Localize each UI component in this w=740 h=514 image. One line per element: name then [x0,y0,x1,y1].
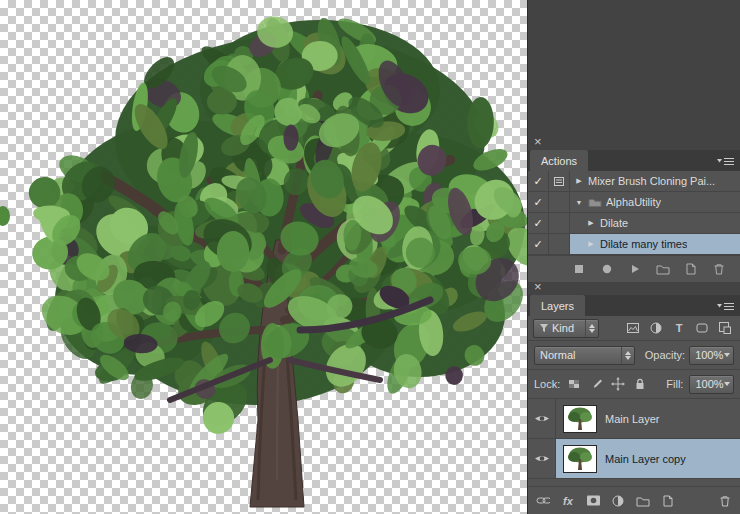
actions-toolbar [528,255,740,282]
action-dialog-toggle[interactable] [549,234,570,254]
add-layer-mask-button[interactable] [586,494,600,508]
new-action-button[interactable] [684,262,698,276]
action-include-toggle[interactable]: ✓ [528,213,549,233]
tab-layers[interactable]: Layers [530,295,585,316]
check-icon: ✓ [533,238,542,251]
trash-icon [712,262,726,276]
filter-kind-label: Kind [552,322,574,334]
play-button[interactable] [628,262,642,276]
action-row[interactable]: ✓ ▶ Dilate [528,213,740,234]
lock-pixels-button[interactable] [586,375,606,393]
opacity-value-dropdown[interactable]: 100% [689,346,734,365]
layers-panel-header: × [528,280,740,294]
check-icon: ✓ [533,175,542,188]
new-page-icon [684,262,698,276]
action-include-toggle[interactable]: ✓ [528,192,549,212]
brush-icon [590,378,603,391]
move-icon [611,377,625,391]
fill-value: 100% [695,378,723,390]
actions-tab-strip: Actions [528,150,740,171]
dropdown-stepper-icon [585,320,598,337]
new-layer-button[interactable] [661,494,675,508]
opacity-label: Opacity: [645,349,685,361]
action-row[interactable]: ✓ ▶ Mixer Brush Cloning Pai... [528,171,740,192]
lock-all-button[interactable] [630,375,650,393]
action-include-toggle[interactable]: ✓ [528,171,549,191]
layers-panel-menu-button[interactable] [717,295,735,316]
panel-menu-icon [717,155,735,167]
lock-transparency-button[interactable] [564,375,584,393]
layer-mask-icon [586,494,600,507]
layer-style-button[interactable]: fx [561,494,575,508]
expand-arrow-icon[interactable]: ▶ [586,219,596,227]
new-set-button[interactable] [656,262,670,276]
expand-arrow-icon[interactable]: ▶ [586,240,596,248]
delete-button[interactable] [712,262,726,276]
panel-dock: × Actions ✓ ▶ Mixer Brush Cloning Pai... [527,0,740,514]
dropdown-stepper-icon [621,347,634,364]
filter-kind-dropdown[interactable]: Kind [533,319,599,338]
record-icon [600,262,614,276]
new-adjustment-layer-button[interactable] [611,494,625,508]
folder-icon [588,197,602,207]
new-group-button[interactable] [636,494,650,508]
pixel-layers-icon [626,321,640,335]
blend-mode-dropdown[interactable]: Normal [534,346,635,365]
filter-funnel-icon [539,323,549,333]
tab-actions[interactable]: Actions [530,150,588,171]
action-label: Mixer Brush Cloning Pai... [588,175,715,187]
action-set-row[interactable]: ✓ ▼ AlphaUtility [528,192,740,213]
document-canvas[interactable] [0,0,527,514]
adjustment-icon [611,494,625,508]
layer-list: Main Layer Main Layer copy [528,399,740,479]
lock-icon [633,377,647,391]
new-page-icon [661,494,675,508]
smart-objects-icon [718,321,732,335]
lock-position-button[interactable] [608,375,628,393]
expand-arrow-icon[interactable]: ▶ [574,177,584,185]
layer-visibility-toggle[interactable] [528,399,556,438]
lock-row: Lock: Fill: 100% [528,370,740,399]
action-dialog-toggle[interactable] [549,213,570,233]
delete-layer-button[interactable] [718,494,732,508]
filter-type-layers-button[interactable]: T [669,319,689,337]
photoshop-workspace: × Actions ✓ ▶ Mixer Brush Cloning Pai... [0,0,740,514]
shape-layers-icon [695,321,709,335]
layer-row-selected[interactable]: Main Layer copy [528,439,740,479]
actions-panel-header: × [528,135,740,149]
filter-adjustment-layers-button[interactable] [646,319,666,337]
adjustment-layers-icon [649,321,663,335]
layer-thumbnail[interactable] [563,405,597,433]
stop-button[interactable] [572,262,586,276]
stray-paint-blob [0,206,10,226]
layer-row[interactable]: Main Layer [528,399,740,439]
layer-name: Main Layer [605,413,659,425]
layers-panel-close-button[interactable]: × [534,281,542,293]
chevron-down-icon [724,353,730,357]
filter-pixel-layers-button[interactable] [623,319,643,337]
stop-icon [572,262,586,276]
filter-smart-objects-button[interactable] [715,319,735,337]
action-dialog-toggle[interactable] [549,192,570,212]
layers-tab-strip: Layers [528,295,740,316]
action-include-toggle[interactable]: ✓ [528,234,549,254]
layer-list-empty-area [528,479,740,486]
action-label: Dilate many times [600,238,687,250]
collapse-arrow-icon[interactable]: ▼ [574,199,584,206]
action-set-label: AlphaUtility [606,196,661,208]
layer-thumbnail[interactable] [563,445,597,473]
fill-value-dropdown[interactable]: 100% [689,375,734,394]
trash-icon [718,494,732,508]
action-row-selected[interactable]: ✓ ▶ Dilate many times [528,234,740,255]
record-button[interactable] [600,262,614,276]
actions-panel-close-button[interactable]: × [534,136,542,148]
lock-label: Lock: [534,378,560,390]
opacity-value: 100% [695,349,723,361]
blend-mode-value: Normal [540,349,575,361]
filter-shape-layers-button[interactable] [692,319,712,337]
link-layers-button[interactable] [536,494,550,508]
action-dialog-toggle[interactable] [549,171,570,191]
actions-panel-menu-button[interactable] [717,150,735,171]
layer-name: Main Layer copy [605,453,686,465]
layer-visibility-toggle[interactable] [528,439,556,478]
